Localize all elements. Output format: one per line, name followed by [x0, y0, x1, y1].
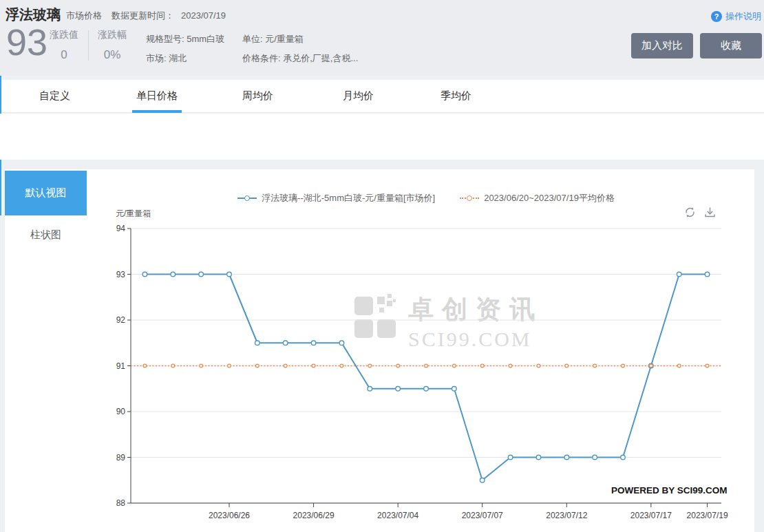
spec-unit: 单位: 元/重量箱	[242, 30, 358, 49]
help-label: 操作说明	[725, 10, 761, 23]
svg-text:2023/07/17: 2023/07/17	[630, 511, 672, 520]
svg-text:2023/06/26: 2023/06/26	[209, 511, 250, 520]
unit-column: 单位: 元/重量箱 价格条件: 承兑价,厂提,含税...	[242, 30, 358, 68]
price-value: 93	[6, 23, 47, 61]
spec-model: 规格型号: 5mm白玻	[146, 30, 224, 49]
tab-weekly-avg[interactable]: 周均价	[242, 89, 273, 103]
filter-row: 时间周期 1个月 3个月 1年 2023/06/20 至 2023/07/20 …	[0, 114, 764, 160]
tab-daily-price-label: 单日价格	[136, 89, 178, 101]
question-icon: ?	[711, 11, 722, 22]
spec-column: 规格型号: 5mm白玻 市场: 湖北	[146, 30, 224, 68]
svg-text:2023/07/04: 2023/07/04	[377, 511, 418, 520]
tab-monthly-avg[interactable]: 月均价	[343, 89, 374, 103]
svg-text:93: 93	[116, 270, 126, 279]
spec-market: 市场: 湖北	[146, 49, 224, 68]
change-pct-label: 涨跌幅	[92, 29, 132, 41]
svg-text:2023/06/29: 2023/06/29	[293, 511, 335, 520]
active-tab-underline	[132, 110, 182, 113]
update-time-value: 2023/07/19	[181, 10, 226, 21]
tab-daily-price[interactable]: 单日价格	[136, 89, 178, 103]
change-pct-column: 涨跌幅 0%	[92, 29, 132, 62]
help-button[interactable]: ? 操作说明	[711, 10, 761, 23]
change-label: 涨跌值	[44, 29, 84, 41]
svg-text:94: 94	[116, 224, 126, 233]
svg-text:92: 92	[116, 315, 126, 325]
spec-condition: 价格条件: 承兑价,厂提,含税...	[242, 49, 358, 68]
update-time: 数据更新时间：2023/07/19	[112, 10, 226, 22]
price-type-label: 市场价格	[66, 10, 102, 22]
svg-text:2023/07/12: 2023/07/12	[546, 511, 587, 520]
powered-by-note: POWERED BY SCI99.COM	[611, 485, 728, 496]
svg-text:91: 91	[116, 361, 126, 371]
tab-custom[interactable]: 自定义	[39, 89, 70, 103]
add-compare-button[interactable]: 加入对比	[631, 33, 693, 58]
tabs-row: 自定义 单日价格 周均价 月均价 季均价	[0, 80, 764, 113]
update-time-label: 数据更新时间：	[112, 10, 174, 21]
tab-quarterly-avg[interactable]: 季均价	[441, 89, 471, 103]
svg-text:89: 89	[116, 453, 126, 462]
favorite-button[interactable]: 收藏	[700, 33, 762, 58]
change-pct-value: 0%	[92, 48, 132, 62]
svg-text:2023/07/07: 2023/07/07	[462, 511, 503, 520]
change-column: 涨跌值 0	[44, 29, 84, 62]
price-line-chart: 949392919089882023/06/262023/06/292023/0…	[0, 169, 764, 532]
vertical-divider	[88, 30, 89, 61]
change-value: 0	[44, 48, 84, 62]
svg-text:90: 90	[116, 407, 126, 416]
svg-text:88: 88	[116, 498, 126, 508]
header: 浮法玻璃 市场价格 数据更新时间：2023/07/19 ? 操作说明 93 涨跌…	[0, 0, 764, 76]
svg-text:2023/07/19: 2023/07/19	[687, 511, 728, 520]
